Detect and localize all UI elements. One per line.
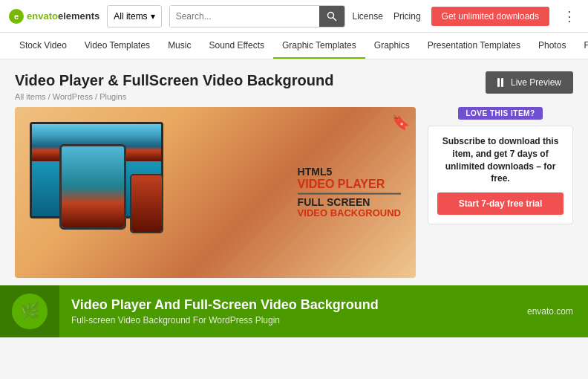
filter-dropdown[interactable]: All items ▾ <box>107 5 161 27</box>
nav-item-video-templates[interactable]: Video Templates <box>76 33 159 59</box>
trial-button[interactable]: Start 7-day free trial <box>437 192 564 215</box>
svg-rect-3 <box>501 78 503 87</box>
bottom-logo-area: 🌿 <box>0 285 59 337</box>
live-preview-button[interactable]: Live Preview <box>486 71 573 94</box>
subscribe-title: Subscribe to download this item, and get… <box>437 135 564 185</box>
nav-item-graphic-templates[interactable]: Graphic Templates <box>273 33 365 59</box>
nav-item-music[interactable]: Music <box>159 33 200 59</box>
preview-video-player-label: VIDEO PLAYER <box>298 178 401 191</box>
content-row: HTML5 VIDEO PLAYER FULL SCREEN VIDEO BAC… <box>15 107 573 278</box>
bottom-bar: 🌿 Video Player And Full-Screen Video Bac… <box>0 285 588 337</box>
search-icon <box>327 11 337 22</box>
tablet-device <box>59 144 126 230</box>
header-links: License Pricing Get unlimited downloads … <box>353 7 579 26</box>
chevron-down-icon: ▾ <box>151 11 155 22</box>
preview-area: HTML5 VIDEO PLAYER FULL SCREEN VIDEO BAC… <box>15 107 416 278</box>
logo-icon: e <box>9 9 24 24</box>
phone-screen <box>131 175 162 232</box>
license-link[interactable]: License <box>353 11 383 22</box>
filter-label: All items <box>114 11 147 22</box>
svg-line-1 <box>333 17 336 21</box>
search-bar <box>169 5 345 27</box>
preview-full-screen-label: FULL SCREEN <box>298 197 401 208</box>
page-header: Video Player & FullScreen Video Backgrou… <box>15 71 573 101</box>
svg-point-0 <box>327 12 333 18</box>
page-title: Video Player & FullScreen Video Backgrou… <box>15 71 333 89</box>
love-badge: LOVE THIS ITEM? <box>458 107 542 120</box>
bottom-logo-circle: 🌿 <box>12 294 48 329</box>
get-unlimited-button[interactable]: Get unlimited downloads <box>431 7 549 26</box>
breadcrumb: All items / WordPress / Plugins <box>15 92 333 101</box>
nav-bar: Stock Video Video Templates Music Sound … <box>0 33 588 59</box>
nav-item-fonts[interactable]: Fonts <box>575 33 588 59</box>
breadcrumb-wordpress[interactable]: WordPress <box>53 92 93 101</box>
main-content: Video Player & FullScreen Video Backgrou… <box>0 59 588 285</box>
nav-item-photos[interactable]: Photos <box>529 33 575 59</box>
nav-item-graphics[interactable]: Graphics <box>365 33 419 59</box>
search-input[interactable] <box>170 6 319 27</box>
phone-device <box>130 174 163 233</box>
more-icon[interactable]: ⋮ <box>560 8 579 25</box>
bottom-subtitle: Full-screen Video Background For WordPre… <box>71 315 515 325</box>
logo[interactable]: e envatoelements <box>9 9 99 24</box>
breadcrumb-all-items[interactable]: All items <box>15 92 46 101</box>
search-button[interactable] <box>319 6 344 27</box>
bottom-title: Video Player And Full-Screen Video Backg… <box>71 297 515 314</box>
live-preview-label: Live Preview <box>511 77 561 88</box>
preview-video-bg-label: VIDEO BACKGROUND <box>298 208 401 218</box>
bottom-info: Video Player And Full-Screen Video Backg… <box>59 291 527 331</box>
preview-divider <box>298 193 401 195</box>
preview-html5-label: HTML5 <box>298 166 401 178</box>
svg-rect-2 <box>497 78 500 87</box>
sidebar-panel: LOVE THIS ITEM? Subscribe to download th… <box>428 107 573 278</box>
header: e envatoelements All items ▾ License Pri… <box>0 0 588 33</box>
page-title-area: Video Player & FullScreen Video Backgrou… <box>15 71 333 101</box>
play-icon <box>497 78 506 87</box>
preview-text-overlay: HTML5 VIDEO PLAYER FULL SCREEN VIDEO BAC… <box>298 166 401 219</box>
bookmark-icon[interactable]: 🔖 <box>391 113 410 131</box>
pricing-link[interactable]: Pricing <box>393 11 421 22</box>
nav-item-sound-effects[interactable]: Sound Effects <box>200 33 273 59</box>
nav-item-stock-video[interactable]: Stock Video <box>10 33 76 59</box>
bottom-domain: envato.com <box>527 306 588 317</box>
breadcrumb-plugins[interactable]: Plugins <box>99 92 126 101</box>
tablet-screen <box>62 146 124 227</box>
logo-text: envatoelements <box>27 10 99 22</box>
nav-item-presentation-templates[interactable]: Presentation Templates <box>419 33 529 59</box>
subscribe-box: Subscribe to download this item, and get… <box>428 126 573 224</box>
